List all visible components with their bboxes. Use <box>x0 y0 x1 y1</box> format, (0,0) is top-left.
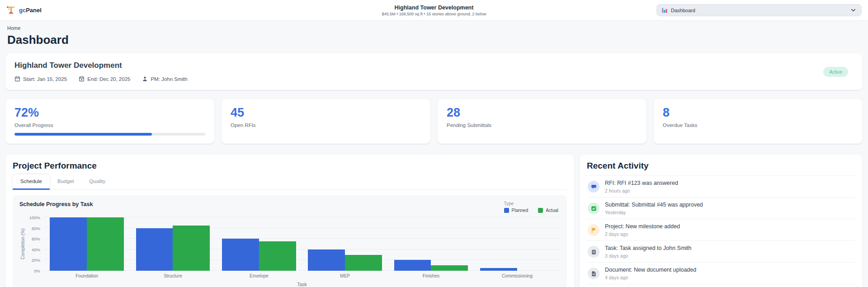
stat-label: Pending Submittals <box>447 122 637 128</box>
activity-item: Submittal: Submittal #45 was approvedYes… <box>587 198 855 219</box>
y-tick-label: 40% <box>32 247 40 252</box>
x-tick-label: Envelope <box>216 273 302 278</box>
y-tick-label: 80% <box>32 226 40 231</box>
document-icon <box>588 268 599 279</box>
bar-group-finishes <box>388 217 474 271</box>
top-header: gcPanel Highland Tower Development $45.5… <box>0 0 868 21</box>
activity-item-time: Yesterday <box>605 210 703 215</box>
activity-item-body: Document: New document uploaded4 days ag… <box>605 267 696 280</box>
x-tick-label: Structure <box>130 273 216 278</box>
brand-suffix: Panel <box>26 7 42 14</box>
project-start-label: Start: Jan 15, 2025 <box>23 76 67 82</box>
chart-legend: Type PlannedActual <box>504 201 559 213</box>
check-icon <box>588 202 599 214</box>
recent-activity-panel: Recent Activity RFI: RFI #123 was answer… <box>580 155 863 287</box>
activity-item: Document: New document uploaded4 days ag… <box>587 263 855 284</box>
activity-item-title: Submittal: Submittal #45 was approved <box>605 202 703 208</box>
stat-label: Overall Progress <box>14 122 205 128</box>
activity-item-time: 2 hours ago <box>605 188 678 193</box>
legend-label: Planned <box>512 208 528 213</box>
nav-dropdown-value: Dashboard <box>671 8 695 13</box>
bar-actual-structure <box>173 226 210 271</box>
activity-item-body: RFI: RFI #123 was answered2 hours ago <box>605 180 678 193</box>
calendar-icon <box>14 76 20 82</box>
project-name: Highland Tower Development <box>14 61 854 70</box>
activity-item-body: Task: Task assigned to John Smith3 days … <box>605 245 692 259</box>
y-tick-label: 20% <box>32 258 40 263</box>
project-pm-label: PM: John Smith <box>151 76 187 82</box>
bar-group-structure <box>130 217 216 271</box>
chart-xlabel: Task <box>44 278 560 287</box>
bar-group-commissioning <box>474 217 560 271</box>
activity-title: Recent Activity <box>587 161 855 171</box>
bar-planned-structure <box>136 228 173 271</box>
bar-planned-foundation <box>50 217 87 271</box>
tab-budget[interactable]: Budget <box>50 174 81 189</box>
stat-card-open-rfis: 45 Open RFIs <box>222 99 430 144</box>
schedule-chart-panel: Schedule Progress by Task Type PlannedAc… <box>13 195 567 287</box>
activity-list: RFI: RFI #123 was answered2 hours agoSub… <box>587 175 855 287</box>
activity-item-title: Task: Task assigned to John Smith <box>605 245 692 251</box>
activity-item-title: Document: New document uploaded <box>605 267 696 273</box>
crane-icon <box>6 5 16 15</box>
performance-tabs: Schedule Budget Quality <box>13 174 567 190</box>
chart-title: Schedule Progress by Task <box>19 201 93 207</box>
bar-group-foundation <box>44 217 130 271</box>
bar-planned-commissioning <box>480 268 517 271</box>
stat-value: 28 <box>447 106 637 120</box>
page-title: Dashboard <box>7 33 861 47</box>
bar-chart-icon <box>661 7 668 14</box>
chart-ylabel: Completion (%) <box>19 217 26 271</box>
x-tick-label: Finishes <box>388 273 474 278</box>
breadcrumb-home-link[interactable]: Home <box>7 25 20 31</box>
legend-title: Type <box>504 201 559 206</box>
activity-item-time: 2 days ago <box>605 231 680 237</box>
activity-item: Project: New milestone added2 days ago <box>587 219 855 241</box>
project-manager: PM: John Smith <box>142 76 187 82</box>
app-logo[interactable]: gcPanel <box>6 5 42 15</box>
y-tick-label: 0% <box>34 268 40 273</box>
x-tick-label: MEP <box>302 273 388 278</box>
bar-group-mep <box>302 217 388 271</box>
stat-value: 8 <box>663 106 854 120</box>
stat-card-pending-submittals: 28 Pending Submittals <box>438 99 646 144</box>
activity-item-title: RFI: RFI #123 was answered <box>605 180 678 186</box>
stat-label: Open RFIs <box>231 122 421 128</box>
activity-item: Task: Task assigned to John Smith3 days … <box>587 241 855 263</box>
chart-body: Completion (%) 0%20%40%60%80%100% <box>19 217 560 271</box>
stat-card-overdue-tasks: 8 Overdue Tasks <box>654 99 863 144</box>
tab-schedule[interactable]: Schedule <box>13 174 50 190</box>
chart-legend-entries: PlannedActual <box>504 208 559 213</box>
activity-item-title: Project: New milestone added <box>605 223 680 230</box>
calendar-check-icon <box>79 76 85 82</box>
status-badge: Active <box>823 67 848 77</box>
tab-quality[interactable]: Quality <box>81 174 113 189</box>
bar-actual-foundation <box>87 217 124 271</box>
project-summary-card: Highland Tower Development Start: Jan 15… <box>5 53 863 90</box>
project-end-label: End: Dec 20, 2025 <box>87 76 130 82</box>
y-tick-label: 60% <box>32 236 40 241</box>
comment-icon <box>588 181 599 193</box>
project-start-date: Start: Jan 15, 2025 <box>14 76 67 82</box>
bar-actual-envelope <box>259 241 296 271</box>
bar-planned-envelope <box>222 239 259 271</box>
activity-item: Safety: Safety meeting scheduled5 days a… <box>587 284 855 287</box>
legend-label: Actual <box>546 208 558 213</box>
flag-icon <box>588 224 599 236</box>
chart-plot <box>44 217 560 271</box>
bar-actual-mep <box>345 255 382 271</box>
y-tick-label: 100% <box>29 215 40 220</box>
progress-bar-track <box>14 133 205 136</box>
brand-prefix: gc <box>19 7 26 14</box>
legend-entry-actual: Actual <box>538 208 558 213</box>
x-tick-label: Foundation <box>44 273 130 278</box>
legend-swatch <box>504 208 509 213</box>
nav-dropdown[interactable]: Dashboard <box>656 4 862 16</box>
stat-card-overall-progress: 72% Overall Progress <box>5 99 214 144</box>
bar-actual-finishes <box>431 265 468 271</box>
breadcrumb: Home <box>7 25 861 31</box>
stat-value: 45 <box>231 106 421 120</box>
activity-item-body: Project: New milestone added2 days ago <box>605 223 680 237</box>
bar-planned-finishes <box>394 260 431 271</box>
activity-item-body: Submittal: Submittal #45 was approvedYes… <box>605 202 703 215</box>
